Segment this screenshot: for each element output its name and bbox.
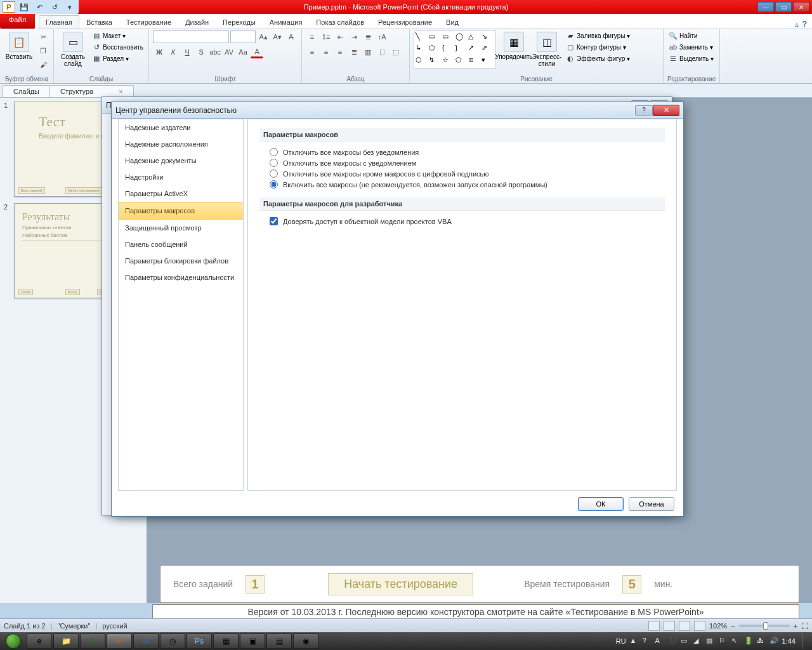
start-button[interactable] [1,632,25,650]
taskbar-word-icon[interactable]: W [133,633,159,649]
align-center-icon[interactable]: ≡ [320,46,332,58]
qat-customize-icon[interactable]: ▾ [63,1,76,13]
check-trust-vba[interactable] [270,217,278,225]
bullets-icon[interactable]: ≡ [306,30,318,43]
nav-macro-settings[interactable]: Параметры макросов [119,202,243,220]
close-button[interactable]: ✕ [793,2,809,12]
paste-button[interactable]: 📋 Вставить [4,30,34,62]
taskbar-excel-icon[interactable]: X [80,633,105,649]
align-right-icon[interactable]: ≡ [334,46,346,58]
zoom-percent[interactable]: 102% [709,622,727,630]
redo-icon[interactable]: ↺ [48,1,61,13]
taskbar-powerpoint-icon[interactable]: P [107,633,132,649]
nav-addins[interactable]: Надстройки [119,169,243,185]
tray-lang[interactable]: RU [616,637,626,645]
nav-trusted-publishers[interactable]: Надежные издатели [119,119,243,136]
layout-button[interactable]: ▤Макет ▾ [91,30,145,41]
replace-button[interactable]: abЗаменить ▾ [667,42,715,52]
opt-enable-all[interactable] [270,180,278,189]
taskbar-app4-icon[interactable]: ▤ [266,633,292,649]
opt-disable-notify[interactable] [270,159,278,167]
trust-close-button[interactable]: ✕ [653,105,679,116]
tab-transitions[interactable]: Переходы [216,15,263,29]
grow-font-icon[interactable]: A▴ [257,30,270,43]
view-normal-icon[interactable] [648,621,660,631]
tab-view[interactable]: Вид [439,15,466,29]
tray-net-icon[interactable]: ⚫ [668,637,677,646]
file-tab[interactable]: Файл [0,13,35,29]
indent-dec-icon[interactable]: ⇤ [334,30,346,43]
ok-button[interactable]: ОК [578,497,624,511]
taskbar-ie-icon[interactable]: e [27,633,52,649]
smartart-icon[interactable]: ⬚ [390,46,402,58]
arrange-button[interactable]: ▦ Упорядочить [499,30,529,62]
help-icon[interactable]: ? [802,20,807,29]
shadow-button[interactable]: S [195,46,207,58]
nav-protected-view[interactable]: Защищенный просмотр [119,220,243,236]
maximize-button[interactable]: ▭ [775,2,792,12]
tab-design[interactable]: Дизайн [178,15,216,29]
tray-wifi-icon[interactable]: ◢ [693,637,702,646]
columns-icon[interactable]: ▥ [362,46,374,58]
line-spacing-icon[interactable]: ≣ [362,30,374,43]
numbering-icon[interactable]: 1≡ [320,30,332,43]
find-button[interactable]: 🔍Найти [667,30,715,41]
align-left-icon[interactable]: ≡ [306,46,318,58]
shape-effects-button[interactable]: ◐Эффекты фигур ▾ [565,53,631,63]
view-slideshow-icon[interactable] [694,621,705,631]
show-desktop-button[interactable] [802,633,807,649]
copy-icon[interactable]: ❐ [37,44,49,57]
start-test-button[interactable]: Начать тестирование [328,573,473,595]
font-size-combo[interactable] [230,30,256,43]
quick-styles-button[interactable]: ◫ Экспресс-стили [532,30,562,69]
trust-help-icon[interactable]: ? [635,105,653,116]
zoom-in-icon[interactable]: + [794,622,797,630]
change-case-icon[interactable]: Aa [237,46,249,58]
tab-review[interactable]: Рецензирование [371,15,439,29]
tab-testing[interactable]: Тестирование [119,15,178,29]
tab-animation[interactable]: Анимация [263,15,310,29]
view-reading-icon[interactable] [679,621,690,631]
ribbon-minimize-icon[interactable]: ▵ [795,20,799,29]
italic-button[interactable]: К [167,46,180,58]
tray-display-icon[interactable]: ▭ [681,637,690,646]
nav-file-block[interactable]: Параметры блокировки файлов [119,253,243,269]
minimize-button[interactable]: — [757,2,774,12]
taskbar-explorer-icon[interactable]: 📁 [53,633,79,649]
font-color-icon[interactable]: A [251,46,263,58]
tab-slideshow[interactable]: Показ слайдов [309,15,371,29]
shapes-gallery[interactable]: ╲▭▭◯△↘ ↳⬠{}↗⇗ ⬡↯☆⬠≋▾ [414,30,496,69]
nav-message-bar[interactable]: Панель сообщений [119,236,243,253]
new-slide-button[interactable]: ▭ Создать слайд [58,30,88,69]
justify-icon[interactable]: ≣ [348,46,360,58]
fit-to-window-icon[interactable]: ⛶ [801,622,808,630]
taskbar-app2-icon[interactable]: ▦ [213,633,239,649]
font-family-combo[interactable] [153,30,229,43]
align-text-icon[interactable]: ⎕ [376,46,388,58]
tray-help-icon[interactable]: ? [643,637,652,646]
tab-home[interactable]: Главная [39,15,79,29]
tray-cursor-icon[interactable]: ↖ [731,637,740,646]
view-sorter-icon[interactable] [664,621,675,631]
section-button[interactable]: ▦Раздел ▾ [91,53,145,63]
tray-volume-icon[interactable]: 🔊 [769,637,778,646]
tray-flag-icon[interactable]: ⚐ [719,637,728,646]
tray-app-icon[interactable]: ▤ [706,637,715,646]
indent-inc-icon[interactable]: ⇥ [348,30,360,43]
cut-icon[interactable]: ✂ [37,30,49,43]
panel-tab-slides[interactable]: Слайды [3,85,50,97]
zoom-slider[interactable] [739,625,790,627]
tray-adobe-icon[interactable]: A [655,637,664,646]
taskbar-ps-icon[interactable]: Ps [187,633,212,649]
nav-trusted-locations[interactable]: Надежные расположения [119,136,243,152]
tray-network-icon[interactable]: 🖧 [757,637,766,646]
cancel-button[interactable]: Отмена [629,497,674,511]
opt-disable-no-notify[interactable] [270,148,278,156]
taskbar-chrome-icon[interactable]: ◉ [293,633,318,649]
save-icon[interactable]: 💾 [18,1,30,13]
bold-button[interactable]: Ж [153,46,166,58]
tray-power-icon[interactable]: 🔋 [744,637,753,646]
clear-format-icon[interactable]: A̶ [285,30,298,43]
panel-close-icon[interactable]: × [119,88,122,95]
status-language[interactable]: русский [102,622,127,630]
